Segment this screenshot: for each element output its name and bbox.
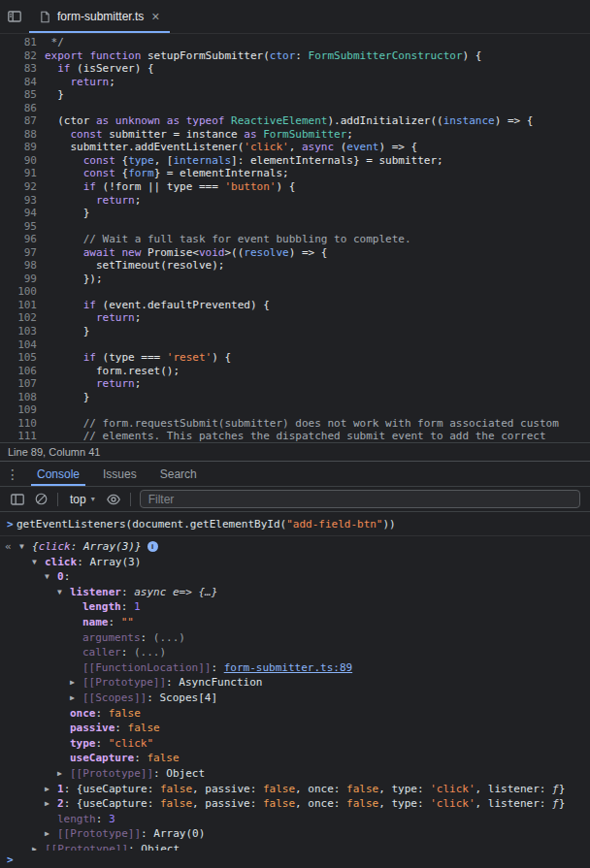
line-number[interactable]: 111 — [0, 430, 37, 442]
console-object-row[interactable]: ▶2: {useCapture: false, passive: false, … — [0, 796, 590, 812]
line-number[interactable]: 92 — [0, 180, 37, 194]
code-line: } — [45, 88, 590, 102]
tree-text: , type: — [378, 782, 430, 797]
line-number[interactable]: 88 — [0, 128, 37, 142]
toolbar-separator — [57, 493, 58, 506]
line-number[interactable]: 100 — [0, 285, 37, 299]
console-object-row[interactable]: ▼0: — [0, 569, 590, 585]
tree-text: Array(0) — [153, 826, 205, 842]
console-object-row[interactable]: ▶[[Prototype]]: Array(0) — [0, 826, 590, 842]
tree-text: , listener: — [475, 796, 552, 812]
tree-text: : — [115, 721, 127, 736]
drawer-menu-icon[interactable]: ⋮ — [0, 462, 25, 486]
live-expression-eye-button[interactable] — [102, 490, 125, 509]
console-object-row[interactable]: ▶[[Scopes]]: Scopes[4] — [0, 691, 590, 706]
line-number[interactable]: 99 — [0, 273, 37, 286]
line-number[interactable]: 102 — [0, 311, 37, 325]
tree-text: 1 — [134, 599, 141, 615]
line-number[interactable]: 107 — [0, 377, 37, 391]
console-property-row: name: "" — [0, 615, 590, 630]
console-object-row[interactable]: ▶[[Prototype]]: Object — [0, 842, 590, 851]
line-number[interactable]: 87 — [0, 114, 37, 128]
navigator-panel-toggle-button[interactable] — [0, 0, 29, 33]
code-line: // Wait a full task for event bubbling t… — [45, 233, 590, 246]
line-number[interactable]: 97 — [0, 246, 37, 260]
line-number[interactable]: 108 — [0, 391, 37, 404]
line-number[interactable]: 101 — [0, 299, 37, 312]
file-tab-form-submitter[interactable]: form-submitter.ts × — [29, 0, 170, 33]
tree-text: : — [166, 675, 179, 691]
source-location-link[interactable]: form-submitter.ts:89 — [224, 660, 352, 676]
tree-text: false — [160, 796, 192, 812]
line-number[interactable]: 106 — [0, 365, 37, 378]
line-number[interactable]: 84 — [0, 76, 37, 89]
line-number[interactable]: 82 — [0, 49, 37, 63]
line-number[interactable]: 95 — [0, 220, 37, 234]
disclosure-triangle-icon[interactable]: ▼ — [32, 555, 45, 570]
line-number[interactable]: 83 — [0, 62, 37, 76]
disclosure-triangle-icon[interactable]: ▼ — [19, 539, 32, 555]
code-line: const {form} = elementInternals; — [45, 167, 590, 180]
line-number[interactable]: 90 — [0, 154, 37, 168]
tree-text: false — [160, 782, 192, 797]
tree-text: [[Prototype]] — [82, 675, 166, 691]
tab-search[interactable]: Search — [148, 462, 209, 486]
console-filter-input[interactable] — [140, 490, 580, 508]
line-number[interactable]: 110 — [0, 417, 37, 431]
line-number[interactable]: 86 — [0, 102, 37, 115]
line-number[interactable]: 85 — [0, 88, 37, 102]
console-object-row[interactable]: ▼click: Array(3) — [0, 555, 590, 570]
tree-text: 1 — [57, 782, 64, 797]
console-input-row[interactable]: > — [0, 851, 590, 868]
line-number[interactable]: 105 — [0, 351, 37, 365]
disclosure-triangle-icon[interactable]: ▶ — [70, 675, 82, 691]
line-number[interactable]: 103 — [0, 325, 37, 338]
console-object-row[interactable]: ▶[[Prototype]]: Object — [0, 766, 590, 782]
disclosure-triangle-icon[interactable]: ▼ — [57, 585, 70, 600]
javascript-context-selector[interactable]: top ▾ — [63, 493, 102, 506]
invoke-getter-button[interactable]: (...) — [134, 645, 166, 660]
line-number[interactable]: 81 — [0, 36, 37, 49]
tree-text: : — [121, 599, 134, 615]
tree-text: 0 — [57, 569, 64, 585]
invoke-getter-button[interactable]: (...) — [153, 630, 185, 646]
clear-console-button[interactable] — [29, 490, 52, 509]
tree-text: click — [45, 555, 77, 570]
line-number[interactable]: 98 — [0, 259, 37, 273]
tab-issues[interactable]: Issues — [91, 462, 148, 486]
line-number[interactable]: 104 — [0, 338, 37, 352]
tree-text: [[Prototype]] — [70, 766, 153, 782]
console-sidebar-toggle-button[interactable] — [6, 490, 29, 509]
tree-text: , type: — [378, 796, 430, 812]
tree-text: Object — [166, 766, 205, 782]
line-number[interactable]: 91 — [0, 167, 37, 180]
disclosure-triangle-icon[interactable]: ▶ — [70, 691, 82, 706]
tree-text: arguments — [82, 630, 141, 646]
disclosure-triangle-icon[interactable]: ▶ — [45, 796, 57, 812]
disclosure-triangle-icon[interactable]: ▶ — [45, 782, 57, 797]
console-object-row[interactable]: «▼{click: Array(3)}i — [0, 539, 590, 555]
console-object-row[interactable]: ▼listener: async e=> {…} — [0, 585, 590, 600]
disclosure-triangle-icon[interactable]: ▼ — [45, 569, 57, 585]
tree-text: once — [70, 706, 96, 722]
line-number[interactable]: 89 — [0, 141, 37, 154]
console-object-row[interactable]: ▶[[Prototype]]: AsyncFunction — [0, 675, 590, 691]
disclosure-triangle-icon[interactable]: ▶ — [45, 826, 57, 842]
code-editor[interactable]: 8182838485868788899091929394959697989910… — [0, 34, 590, 442]
tab-console[interactable]: Console — [25, 462, 91, 486]
code-area[interactable]: */export function setupFormSubmitter(cto… — [37, 36, 590, 442]
line-number[interactable]: 94 — [0, 207, 37, 220]
line-number[interactable]: 93 — [0, 194, 37, 208]
tree-text: , passive: — [192, 782, 263, 797]
console-command-text: getEventListeners(document.getElementByI… — [16, 518, 396, 530]
line-number[interactable]: 109 — [0, 403, 37, 417]
tab-close-icon[interactable]: × — [151, 10, 159, 23]
line-number[interactable]: 96 — [0, 233, 37, 246]
tree-text: false — [147, 751, 179, 766]
disclosure-triangle-icon[interactable]: ▶ — [32, 842, 45, 851]
tree-text: false — [109, 706, 141, 722]
tree-text: false — [128, 721, 160, 736]
disclosure-triangle-icon[interactable]: ▶ — [57, 766, 70, 782]
tree-text: ƒ — [552, 796, 559, 812]
console-object-row[interactable]: ▶1: {useCapture: false, passive: false, … — [0, 782, 590, 797]
